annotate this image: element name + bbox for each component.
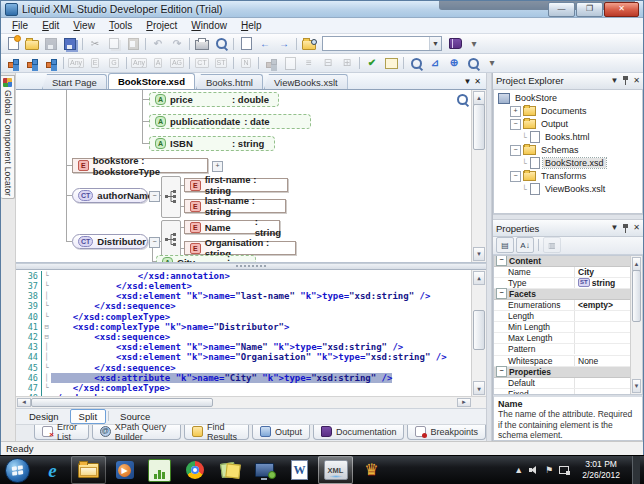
code-text[interactable]: </xsd:sequence> — [51, 301, 176, 311]
tree-item-books-html[interactable]: └Books.html — [494, 131, 642, 144]
scroll-down-icon[interactable]: ▼ — [473, 381, 485, 395]
align-horizontal-icon[interactable]: ≡ — [300, 56, 318, 71]
add-group-icon[interactable]: G — [105, 56, 123, 71]
complextype-node-authorname[interactable]: CT authorName — [72, 188, 148, 203]
property-category-content[interactable]: −Content — [494, 256, 642, 267]
property-row-min-length[interactable]: Min Length — [494, 322, 642, 333]
code-text[interactable]: <xsd:complexType "k">name="Distributor"> — [51, 322, 289, 332]
properties-scrollbar[interactable]: ▲ ▼ — [630, 256, 642, 394]
properties-titlebar[interactable]: Properties ▼ ✕ — [493, 220, 643, 237]
back-icon[interactable]: ← — [256, 36, 274, 51]
property-category-properties[interactable]: −Properties — [494, 367, 642, 378]
attribute-node-publicationdate[interactable]: A publicationdate : date — [149, 114, 311, 129]
network-icon[interactable] — [559, 465, 570, 475]
scroll-right-icon[interactable]: ► — [457, 398, 471, 406]
source-line-43[interactable]: 43│ <xsd:element "k">name="Name" "k">typ… — [16, 342, 472, 352]
taskbar-game-app[interactable]: ♛ — [355, 457, 388, 483]
print-preview-icon[interactable] — [212, 36, 230, 51]
source-line-47[interactable]: 47└ </xsd:complexType> — [16, 383, 472, 393]
window-position-icon[interactable]: ▼ — [610, 224, 618, 232]
code-text[interactable]: </xsd:complexType> — [51, 383, 170, 393]
fold-marker-icon[interactable]: └ — [42, 384, 51, 392]
element-node-first-name[interactable]: E first-name : string — [184, 178, 288, 192]
zoom-tool-icon[interactable] — [464, 56, 482, 71]
source-line-39[interactable]: 39└ </xsd:sequence> — [16, 301, 472, 311]
forward-icon[interactable]: → — [275, 36, 293, 51]
collapse-icon[interactable]: − — [510, 119, 521, 130]
scroll-up-icon[interactable]: ▲ — [473, 271, 485, 285]
tool-tab-error-list[interactable]: Error List — [34, 425, 89, 440]
code-text[interactable]: </xsd:element> — [51, 281, 192, 291]
cut-icon[interactable]: ✂ — [86, 36, 104, 51]
save-all-icon[interactable] — [61, 36, 79, 51]
search-combobox[interactable]: ▼ — [322, 36, 442, 51]
close-panel-icon[interactable]: ✕ — [633, 77, 640, 85]
property-row-type[interactable]: TypeSTstring — [494, 278, 642, 289]
close-panel-icon[interactable]: ✕ — [633, 224, 640, 232]
element-node-name[interactable]: E Name : string — [184, 220, 280, 234]
xml-tips-icon[interactable] — [382, 56, 400, 71]
attribute-node-city[interactable]: A City : string — [156, 255, 256, 263]
scrollbar-thumb[interactable] — [31, 398, 213, 406]
property-pages-button[interactable]: ▥ — [543, 237, 561, 253]
global-component-locator-tab[interactable]: Global Component Locator — [1, 75, 15, 199]
redo-icon[interactable]: ↷ — [168, 36, 186, 51]
taskbar-start-button[interactable] — [1, 457, 34, 483]
fold-marker-icon[interactable]: ⊟ — [42, 323, 51, 331]
taskbar-sticky-notes[interactable] — [213, 457, 246, 483]
group-items-icon[interactable]: ⊞ — [338, 56, 356, 71]
tab-close-icon[interactable]: ✕ — [474, 77, 481, 86]
tab-list-dropdown-icon[interactable]: ▼ — [463, 77, 471, 86]
complextype-node-distributor[interactable]: CT Distributor — [72, 234, 148, 249]
collapse-icon[interactable]: − — [496, 255, 507, 266]
taskbar-liquid-xml-studio[interactable]: XML — [318, 456, 353, 484]
taskbar-remote-desktop[interactable] — [248, 457, 281, 483]
export-icon[interactable] — [237, 36, 255, 51]
add-sequence-icon[interactable] — [262, 56, 280, 71]
taskbar-word[interactable]: W — [283, 457, 316, 483]
new-document-icon[interactable] — [4, 36, 22, 51]
menu-tools[interactable]: Tools — [102, 19, 139, 32]
tree-item-bookstore-xsd[interactable]: └BookStore.xsd — [494, 157, 642, 170]
collapse-icon[interactable]: − — [496, 366, 507, 377]
sequence-compositor[interactable] — [161, 220, 181, 260]
expand-icon[interactable]: + — [510, 106, 521, 117]
expand-children-icon[interactable] — [23, 56, 41, 71]
tree-item-documents[interactable]: +Documents — [494, 105, 642, 118]
scroll-up-icon[interactable]: ▲ — [632, 257, 641, 271]
sequence-compositor[interactable] — [161, 176, 181, 218]
code-text[interactable]: </xsd:complexType> — [51, 312, 170, 322]
fold-marker-icon[interactable]: └ — [42, 313, 51, 321]
tool-tab-xpath-query-builder[interactable]: XPath Query Builder — [92, 425, 181, 440]
tree-item-viewbooks-xslt[interactable]: └ViewBooks.xslt — [494, 183, 642, 196]
menu-help[interactable]: Help — [234, 19, 269, 32]
tool-tab-find-results[interactable]: Find Results — [184, 425, 249, 440]
source-line-36[interactable]: 36└ </xsd:annotation> — [16, 271, 472, 281]
add-any-attribute-icon[interactable]: Any — [130, 56, 148, 71]
taskbar-chrome[interactable] — [178, 457, 211, 483]
tab-books-html[interactable]: Books.html — [196, 74, 263, 89]
add-any-icon[interactable]: Any — [67, 56, 85, 71]
copy-icon[interactable] — [105, 36, 123, 51]
scrollbar-thumb[interactable] — [473, 310, 485, 350]
add-attribute-icon[interactable]: A — [149, 56, 167, 71]
collapse-children-icon[interactable] — [42, 56, 60, 71]
property-category-facets[interactable]: −Facets — [494, 289, 642, 300]
tree-item-output[interactable]: −Output — [494, 118, 642, 131]
find-in-files-icon[interactable] — [300, 36, 318, 51]
source-line-46[interactable]: 46│ <xsd:attribute "k">name="City" "k">t… — [16, 373, 472, 383]
schema-dependencies-icon[interactable]: ⊿ — [426, 56, 444, 71]
validate-icon[interactable]: ✔ — [363, 56, 381, 71]
code-text[interactable]: <xsd:element "k">name="Name" "k">type="x… — [51, 342, 403, 352]
toolbar-overflow-2-icon[interactable]: ▾ — [483, 56, 501, 71]
source-line-38[interactable]: 38│ <xsd:element "k">name="last-name" "k… — [16, 291, 472, 301]
selected-code-text[interactable]: <xsd:attribute "k">name="City" "k">type=… — [51, 373, 392, 383]
element-node-bookstore[interactable]: E bookstore : bookstoreType — [72, 158, 208, 173]
add-complex-type-icon[interactable]: CT — [193, 56, 211, 71]
zoom-icon[interactable] — [457, 94, 468, 105]
save-icon[interactable] — [42, 36, 60, 51]
code-text[interactable]: </xsd:annotation> — [51, 271, 230, 281]
property-row-whitespace[interactable]: WhitespaceNone — [494, 356, 642, 367]
print-icon[interactable] — [193, 36, 211, 51]
fold-marker-icon[interactable]: │ — [42, 353, 51, 361]
